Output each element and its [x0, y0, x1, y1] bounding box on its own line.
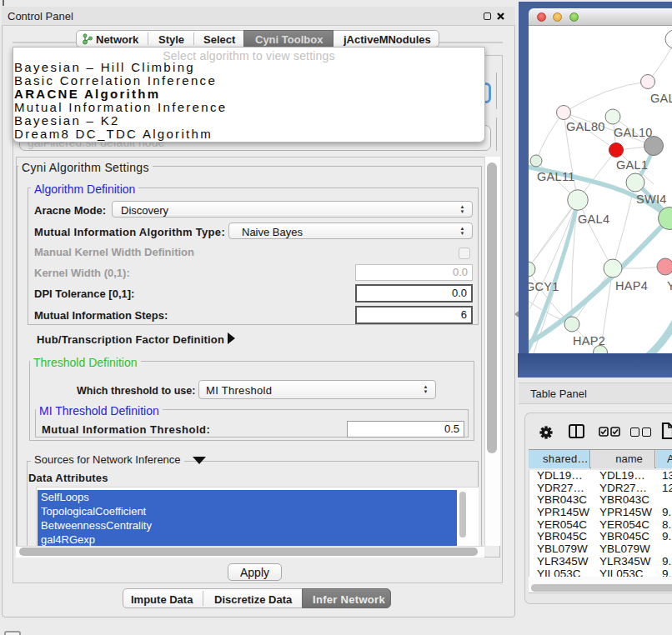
- svg-text:HAP4: HAP4: [615, 279, 648, 292]
- svg-text:HAP2: HAP2: [573, 334, 605, 348]
- svg-text:GCY1: GCY1: [529, 280, 559, 293]
- svg-text:GAL80: GAL80: [566, 120, 605, 133]
- svg-text:GAL10: GAL10: [614, 126, 653, 139]
- svg-text:GAL7: GAL7: [650, 92, 672, 105]
- svg-text:Y: Y: [667, 279, 672, 292]
- svg-text:GAL11: GAL11: [537, 170, 575, 183]
- svg-text:SWI4: SWI4: [636, 192, 667, 206]
- svg-text:GAL1: GAL1: [616, 158, 648, 172]
- svg-text:GAL4: GAL4: [578, 212, 609, 226]
